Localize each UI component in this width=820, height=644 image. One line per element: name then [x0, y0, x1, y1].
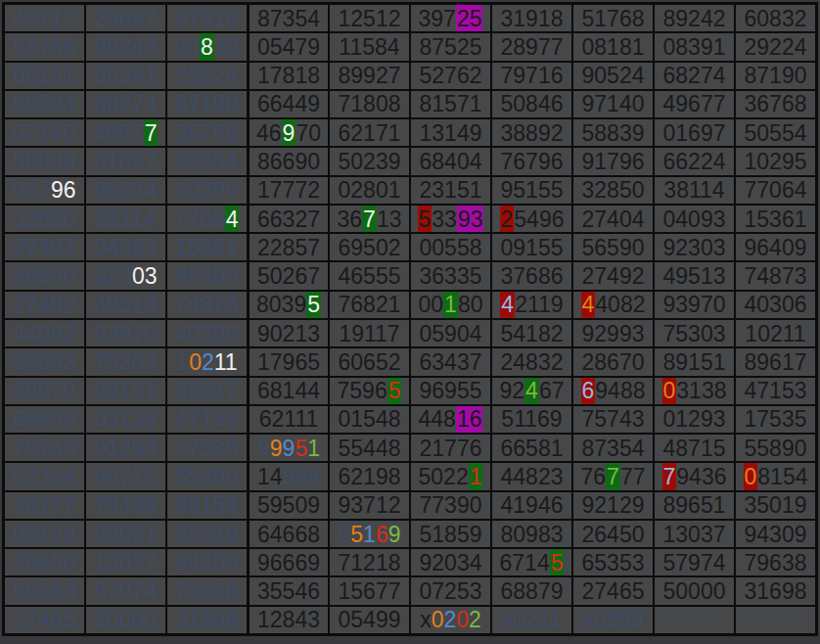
grid-cell-r7c5[interactable]: 02801	[330, 177, 409, 204]
grid-cell-r4c2[interactable]: 68274	[86, 91, 165, 117]
grid-cell-r8c5[interactable]: 36713	[330, 206, 409, 232]
grid-cell-r6c9[interactable]: 66224	[655, 148, 734, 174]
grid-cell-r5c9[interactable]: 01697	[655, 119, 734, 146]
grid-cell-r5c8[interactable]: 58839	[573, 119, 653, 146]
grid-cell-r2c4[interactable]: 05479	[249, 33, 328, 60]
grid-cell-r14c7[interactable]: 92467	[492, 378, 571, 404]
grid-cell-r9c1[interactable]: 27404	[5, 234, 84, 260]
grid-cell-r17c3[interactable]: 55890	[167, 463, 247, 489]
grid-cell-r5c2[interactable]: 49677	[86, 119, 165, 146]
grid-cell-r18c8[interactable]: 92129	[573, 492, 653, 519]
grid-cell-r11c4[interactable]: 80395	[249, 292, 328, 318]
grid-cell-r11c5[interactable]: 76821	[330, 292, 409, 318]
grid-cell-r12c8[interactable]: 92993	[573, 320, 653, 346]
grid-cell-r13c4[interactable]: 17965	[249, 348, 328, 375]
grid-cell-r1c6[interactable]: 39725	[411, 5, 490, 31]
grid-cell-r4c8[interactable]: 97140	[573, 91, 653, 117]
grid-cell-r11c9[interactable]: 93970	[655, 292, 734, 318]
grid-cell-r7c7[interactable]: 95155	[492, 177, 571, 204]
grid-cell-r8c8[interactable]: 27404	[573, 206, 653, 232]
grid-cell-r3c10[interactable]: 87190	[736, 63, 815, 89]
grid-cell-r15c10[interactable]: 17535	[736, 406, 815, 433]
grid-cell-r6c8[interactable]: 91796	[573, 148, 653, 174]
grid-cell-r1c3[interactable]: 57318	[167, 5, 247, 31]
grid-cell-r19c2[interactable]: 89651	[86, 521, 165, 547]
grid-cell-r20c2[interactable]: 13037	[86, 549, 165, 575]
grid-cell-r18c7[interactable]: 41946	[492, 492, 571, 519]
grid-cell-r3c7[interactable]: 79716	[492, 63, 571, 89]
grid-cell-r9c7[interactable]: 09155	[492, 234, 571, 260]
grid-cell-r10c3[interactable]: 96409	[167, 262, 247, 289]
grid-cell-r21c5[interactable]: 15677	[330, 577, 409, 604]
grid-cell-r2c6[interactable]: 87525	[411, 33, 490, 60]
grid-cell-r7c9[interactable]: 38114	[655, 177, 734, 204]
grid-cell-r12c4[interactable]: 90213	[249, 320, 328, 346]
grid-cell-r9c4[interactable]: 22857	[249, 234, 328, 260]
grid-cell-r20c3[interactable]: 94309	[167, 549, 247, 575]
grid-cell-r19c4[interactable]: 64668	[249, 521, 328, 547]
grid-cell-r16c7[interactable]: 66581	[492, 435, 571, 461]
grid-cell-r12c2[interactable]: 93970	[86, 320, 165, 346]
grid-cell-r1c10[interactable]: 60832	[736, 5, 815, 31]
grid-cell-r15c3[interactable]: 47153	[167, 406, 247, 433]
grid-cell-r6c6[interactable]: 68404	[411, 148, 490, 174]
grid-cell-r10c6[interactable]: 36335	[411, 262, 490, 289]
grid-cell-r16c5[interactable]: 55448	[330, 435, 409, 461]
grid-cell-r18c5[interactable]: 93712	[330, 492, 409, 519]
grid-cell-r16c4[interactable]: 99951	[249, 435, 328, 461]
grid-cell-r6c1[interactable]: 58839	[5, 148, 84, 174]
grid-cell-r19c6[interactable]: 51859	[411, 521, 490, 547]
grid-cell-r15c2[interactable]: 03138	[86, 406, 165, 433]
grid-cell-r2c10[interactable]: 29224	[736, 33, 815, 60]
grid-cell-r19c5[interactable]: 65169	[330, 521, 409, 547]
grid-cell-r9c2[interactable]: 04093	[86, 234, 165, 260]
grid-cell-r15c5[interactable]: 01548	[330, 406, 409, 433]
grid-cell-r14c8[interactable]: 69488	[573, 378, 653, 404]
grid-cell-r22c10[interactable]	[736, 607, 815, 633]
grid-cell-r10c2[interactable]: 92303	[86, 262, 165, 289]
grid-cell-r8c7[interactable]: 25496	[492, 206, 571, 232]
grid-cell-r15c9[interactable]: 01293	[655, 406, 734, 433]
grid-cell-r13c9[interactable]: 89151	[655, 348, 734, 375]
grid-cell-r20c8[interactable]: 65353	[573, 549, 653, 575]
grid-cell-r1c9[interactable]: 89242	[655, 5, 734, 31]
grid-cell-r19c9[interactable]: 13037	[655, 521, 734, 547]
grid-cell-r22c8[interactable]: x0293	[573, 607, 653, 633]
grid-cell-r5c10[interactable]: 50554	[736, 119, 815, 146]
grid-cell-r15c6[interactable]: 44816	[411, 406, 490, 433]
grid-cell-r7c4[interactable]: 17772	[249, 177, 328, 204]
grid-cell-r4c3[interactable]: 87190	[167, 91, 247, 117]
grid-cell-r12c7[interactable]: 54182	[492, 320, 571, 346]
grid-cell-r22c6[interactable]: x0202	[411, 607, 490, 633]
grid-cell-r12c6[interactable]: 05904	[411, 320, 490, 346]
grid-cell-r14c1[interactable]: 28670	[5, 378, 84, 404]
grid-cell-r21c4[interactable]: 35546	[249, 577, 328, 604]
grid-cell-r13c7[interactable]: 24832	[492, 348, 571, 375]
grid-cell-r6c3[interactable]: 50554	[167, 148, 247, 174]
grid-cell-r20c6[interactable]: 92034	[411, 549, 490, 575]
grid-cell-r13c5[interactable]: 60652	[330, 348, 409, 375]
grid-cell-r5c6[interactable]: 13149	[411, 119, 490, 146]
grid-cell-r14c2[interactable]: 89151	[86, 378, 165, 404]
grid-cell-r6c2[interactable]: 01697	[86, 148, 165, 174]
grid-cell-r9c5[interactable]: 69502	[330, 234, 409, 260]
grid-cell-r11c3[interactable]: 74873	[167, 292, 247, 318]
grid-cell-r6c7[interactable]: 76796	[492, 148, 571, 174]
grid-cell-r8c4[interactable]: 66327	[249, 206, 328, 232]
grid-cell-r3c9[interactable]: 68274	[655, 63, 734, 89]
grid-cell-r18c6[interactable]: 77390	[411, 492, 490, 519]
grid-cell-r1c7[interactable]: 31918	[492, 5, 571, 31]
grid-cell-r18c3[interactable]: 08154	[167, 492, 247, 519]
grid-cell-r22c9[interactable]	[655, 607, 734, 633]
grid-cell-r14c5[interactable]: 75965	[330, 378, 409, 404]
grid-cell-r9c8[interactable]: 56590	[573, 234, 653, 260]
grid-cell-r16c10[interactable]: 55890	[736, 435, 815, 461]
grid-cell-r10c10[interactable]: 74873	[736, 262, 815, 289]
grid-cell-r3c8[interactable]: 90524	[573, 63, 653, 89]
grid-cell-r7c3[interactable]: 10295	[167, 177, 247, 204]
grid-cell-r14c3[interactable]: 89617	[167, 378, 247, 404]
grid-cell-r8c10[interactable]: 15361	[736, 206, 815, 232]
grid-cell-r9c10[interactable]: 96409	[736, 234, 815, 260]
grid-cell-r21c9[interactable]: 50000	[655, 577, 734, 604]
grid-cell-r7c8[interactable]: 32850	[573, 177, 653, 204]
